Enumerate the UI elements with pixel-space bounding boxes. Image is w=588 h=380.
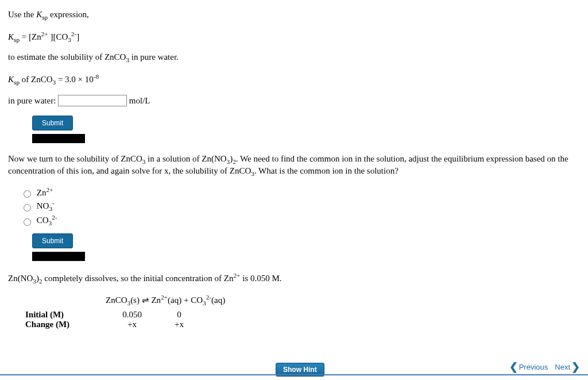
previous-link[interactable]: ❮ Previous — [507, 360, 551, 373]
row-change-label: Change (M) — [8, 320, 106, 329]
chevron-left-icon: ❮ — [509, 362, 518, 372]
option-no3[interactable]: NO3- — [21, 199, 580, 212]
common-ion-options: Zn2+ NO3- CO32- — [21, 186, 580, 227]
change-zn: +x — [106, 320, 158, 329]
initial-co3: 0 — [158, 310, 200, 320]
unit-label: mol/L — [129, 95, 150, 105]
ksp-value: Ksp of ZnCO3 = 3.0 × 10-8 — [8, 72, 580, 87]
initial-zn: 0.050 — [106, 310, 158, 320]
solubility-input[interactable] — [58, 95, 127, 106]
ksp-expression: Ksp = [Zn2+ ][CO32-] — [8, 30, 580, 44]
submit-button-2[interactable]: Submit — [32, 233, 73, 248]
option-co3[interactable]: CO32- — [21, 214, 580, 227]
row-initial-label: Initial (M) — [8, 310, 106, 320]
pure-water-label: in pure water: — [8, 95, 58, 105]
next-link[interactable]: Next ❯ — [552, 360, 582, 373]
radio-zn[interactable] — [24, 190, 31, 198]
submit-button-1[interactable]: Submit — [32, 116, 73, 130]
radio-no3[interactable] — [24, 204, 31, 212]
radio-co3[interactable] — [24, 218, 31, 226]
redacted-block-1 — [32, 134, 85, 143]
intro-line-2: to estimate the solubility of ZnCO3 in p… — [8, 52, 580, 64]
chevron-right-icon: ❯ — [571, 362, 580, 372]
redacted-block-2 — [32, 252, 85, 261]
common-ion-question: Now we turn to the solubility of ZnCO3 i… — [8, 153, 580, 178]
change-co3: +x — [158, 320, 200, 329]
nav-bar: ❮ Previous Next ❯ — [0, 360, 588, 375]
ice-table: ZnCO3(s) ⇌ Zn2+(aq) + CO32-(aq) Initial … — [8, 294, 580, 329]
dissolves-paragraph: Zn(NO3)2 completely dissolves, so the in… — [8, 271, 580, 286]
option-zn[interactable]: Zn2+ — [21, 186, 580, 198]
ice-equation: ZnCO3(s) ⇌ Zn2+(aq) + CO32-(aq) — [8, 294, 580, 306]
intro-line-1: Use the Ksp expression, — [8, 9, 580, 22]
answer-input-line: in pure water: mol/L — [8, 95, 580, 106]
